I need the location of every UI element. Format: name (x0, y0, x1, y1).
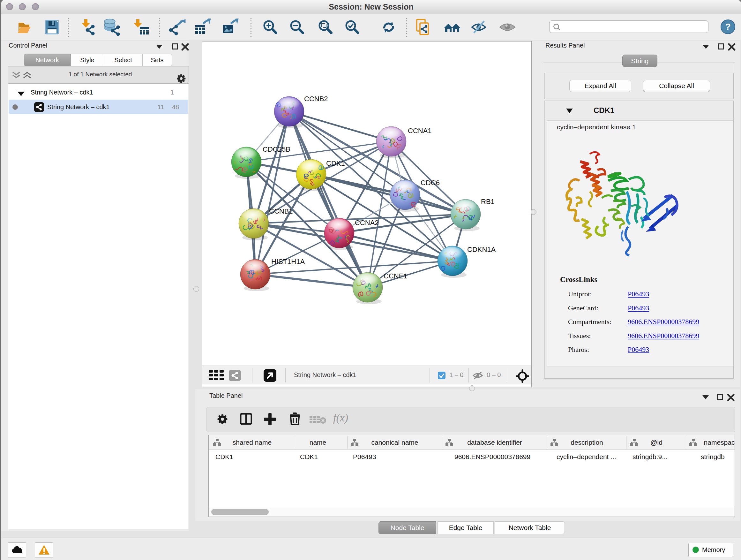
svg-text:CCNA1: CCNA1 (408, 127, 432, 135)
svg-text:RB1: RB1 (481, 198, 495, 206)
svg-text:HIST1H1A: HIST1H1A (271, 258, 305, 266)
svg-text:?: ? (725, 22, 731, 32)
svg-text:CCNE1: CCNE1 (384, 272, 408, 280)
svg-text:CDC25B: CDC25B (263, 145, 290, 153)
svg-text:CDC6: CDC6 (421, 179, 440, 187)
svg-text:CCNA2: CCNA2 (355, 219, 379, 227)
svg-text:CCNB2: CCNB2 (304, 95, 328, 103)
svg-text:CDK1: CDK1 (326, 159, 345, 167)
svg-text:CDKN1A: CDKN1A (467, 246, 496, 253)
svg-text:CCNB1: CCNB1 (269, 207, 293, 215)
